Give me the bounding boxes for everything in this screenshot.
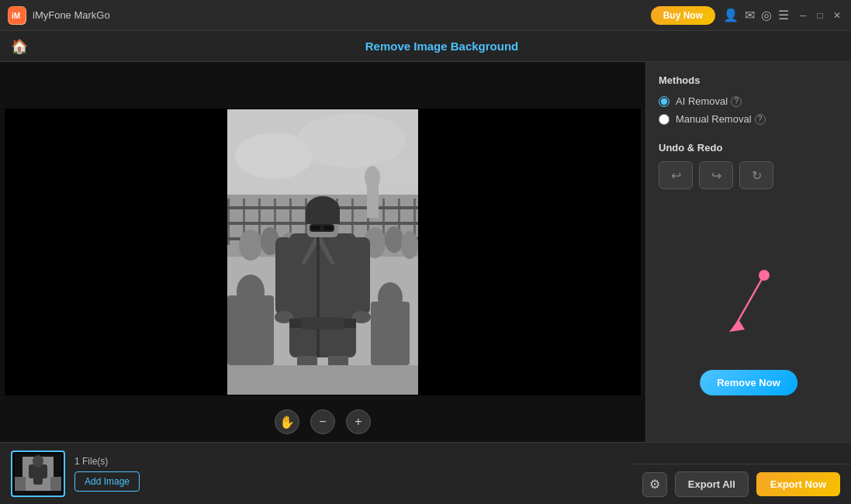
- add-image-button[interactable]: Add Image: [74, 471, 140, 492]
- main-image: [227, 109, 418, 395]
- hand-icon: ✋: [279, 415, 295, 430]
- undo-icon: ↩: [671, 168, 681, 183]
- menu-icon[interactable]: ☰: [778, 8, 789, 22]
- ai-removal-help-icon[interactable]: ?: [731, 96, 742, 107]
- window-controls: ─ □ ✕: [797, 9, 843, 22]
- export-all-button[interactable]: Export All: [675, 471, 749, 497]
- titlebar-icons: 👤 ✉ ◎ ☰: [723, 8, 789, 22]
- svg-rect-41: [301, 317, 344, 330]
- zoom-out-icon: −: [319, 415, 326, 429]
- canvas-area: ✋ − +: [0, 62, 645, 442]
- user-icon[interactable]: 👤: [723, 8, 739, 22]
- page-title: Remove Image Background: [43, 40, 840, 53]
- settings-button[interactable]: ⚙: [642, 472, 667, 497]
- svg-rect-36: [275, 237, 292, 315]
- hand-tool-button[interactable]: ✋: [275, 409, 299, 434]
- buy-now-button[interactable]: Buy Now: [651, 6, 715, 25]
- manual-removal-label: Manual Removal ?: [676, 113, 766, 125]
- manual-removal-option[interactable]: Manual Removal ?: [659, 113, 839, 125]
- zoom-in-button[interactable]: +: [346, 409, 371, 434]
- svg-rect-65: [50, 477, 61, 491]
- svg-rect-63: [41, 464, 47, 478]
- svg-rect-62: [29, 464, 35, 478]
- manual-removal-radio[interactable]: [659, 114, 669, 125]
- remove-now-button[interactable]: Remove Now: [700, 370, 797, 395]
- manual-removal-help-icon[interactable]: ?: [755, 114, 766, 125]
- svg-rect-48: [311, 226, 320, 230]
- svg-rect-64: [15, 477, 26, 491]
- redo-button[interactable]: ↪: [699, 161, 733, 189]
- titlebar: iM iMyFone MarkGo Buy Now 👤 ✉ ◎ ☰ ─ □ ✕: [0, 0, 851, 31]
- undo-redo-group: ↩ ↪ ↻: [659, 161, 839, 189]
- right-panel: Methods AI Removal ? Manual Removal ? Un…: [645, 62, 851, 442]
- thumbnail[interactable]: [11, 450, 65, 497]
- zoom-in-icon: +: [355, 415, 362, 429]
- main-content: ✋ − + Methods AI Removal ? Manual Remova…: [0, 62, 851, 442]
- canvas-toolbar: ✋ − +: [275, 409, 371, 434]
- maximize-button[interactable]: □: [814, 9, 826, 22]
- undo-button[interactable]: ↩: [659, 161, 693, 189]
- svg-point-52: [237, 274, 265, 309]
- image-container: [5, 109, 641, 395]
- zoom-out-button[interactable]: −: [310, 409, 335, 434]
- svg-rect-32: [289, 233, 356, 357]
- svg-rect-49: [323, 226, 333, 230]
- export-now-button[interactable]: Export Now: [756, 472, 840, 496]
- ai-removal-label: AI Removal ?: [676, 95, 742, 107]
- arrow-annotation: [706, 264, 791, 349]
- app-logo: iM: [8, 6, 26, 25]
- redo-icon: ↪: [711, 168, 721, 183]
- settings-icon: ⚙: [649, 477, 660, 492]
- svg-point-54: [378, 282, 403, 313]
- svg-rect-50: [227, 365, 418, 395]
- svg-point-30: [385, 226, 403, 253]
- app-name: iMyFone MarkGo: [33, 9, 651, 21]
- svg-marker-57: [729, 319, 745, 332]
- ai-removal-option[interactable]: AI Removal ?: [659, 95, 839, 107]
- svg-point-25: [365, 166, 380, 189]
- refresh-button[interactable]: ↻: [739, 161, 773, 189]
- svg-point-31: [401, 231, 418, 259]
- export-actions: ⚙ Export All Export Now: [631, 464, 851, 504]
- home-icon[interactable]: 🏠: [11, 38, 28, 55]
- svg-rect-33: [317, 233, 320, 357]
- undo-redo-title: Undo & Redo: [659, 142, 839, 154]
- navbar: 🏠 Remove Image Background: [0, 31, 851, 62]
- close-button[interactable]: ✕: [831, 9, 843, 22]
- svg-line-56: [735, 279, 762, 326]
- methods-title: Methods: [659, 74, 839, 86]
- ai-removal-radio[interactable]: [659, 96, 669, 107]
- help-icon-titlebar[interactable]: ◎: [761, 8, 772, 22]
- mail-icon[interactable]: ✉: [745, 8, 755, 22]
- file-info: 1 File(s) Add Image: [74, 456, 140, 492]
- minimize-button[interactable]: ─: [797, 9, 809, 22]
- svg-point-55: [759, 270, 770, 281]
- svg-point-26: [239, 230, 262, 261]
- svg-rect-37: [353, 237, 370, 315]
- file-count: 1 File(s): [74, 456, 140, 467]
- refresh-icon: ↻: [752, 168, 762, 183]
- svg-rect-46: [306, 209, 340, 224]
- svg-text:iM: iM: [12, 12, 20, 20]
